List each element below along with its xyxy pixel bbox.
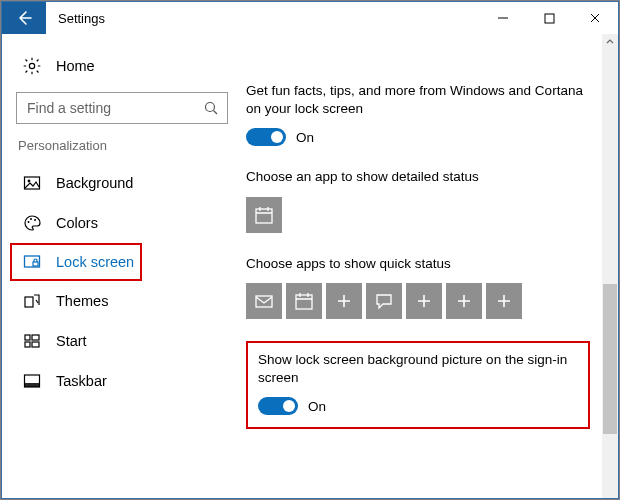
- search-field[interactable]: [27, 100, 203, 116]
- palette-icon: [22, 214, 42, 232]
- start-icon: [22, 332, 42, 350]
- themes-icon: [22, 292, 42, 310]
- search-icon: [203, 100, 219, 116]
- back-button[interactable]: [2, 2, 46, 34]
- nav-item-taskbar[interactable]: Taskbar: [2, 361, 242, 401]
- signin-bg-title: Show lock screen background picture on t…: [258, 351, 578, 387]
- nav-item-start[interactable]: Start: [2, 321, 242, 361]
- nav-item-lock-screen[interactable]: Lock screen: [10, 243, 142, 281]
- section-quick-status: Choose apps to show quick status: [246, 255, 590, 319]
- nav-item-label: Start: [56, 333, 87, 349]
- chat-icon: [374, 291, 394, 311]
- nav-item-themes[interactable]: Themes: [2, 281, 242, 321]
- svg-point-2: [206, 103, 215, 112]
- nav-item-label: Taskbar: [56, 373, 107, 389]
- mail-icon: [254, 291, 274, 311]
- lock-screen-icon: [22, 253, 42, 271]
- calendar-icon: [294, 291, 314, 311]
- close-icon: [589, 12, 601, 24]
- svg-point-1: [29, 63, 34, 68]
- quick-status-tile-add-3[interactable]: [446, 283, 482, 319]
- scrollbar[interactable]: [602, 34, 618, 498]
- category-label: Personalization: [2, 132, 242, 159]
- nav-item-label: Lock screen: [56, 254, 134, 270]
- plus-icon: [454, 291, 474, 311]
- scroll-thumb[interactable]: [603, 284, 617, 434]
- quick-status-tile-add-2[interactable]: [406, 283, 442, 319]
- nav-home[interactable]: Home: [2, 48, 242, 84]
- plus-icon: [494, 291, 514, 311]
- fun-facts-toggle-row: On: [246, 128, 590, 146]
- main-content: Get fun facts, tips, and more from Windo…: [242, 34, 618, 498]
- section-fun-facts: Get fun facts, tips, and more from Windo…: [246, 82, 590, 146]
- fun-facts-state: On: [296, 130, 314, 145]
- quick-status-tile-add-1[interactable]: [326, 283, 362, 319]
- svg-point-6: [30, 218, 32, 220]
- signin-bg-toggle-row: On: [258, 397, 578, 415]
- svg-point-4: [28, 180, 31, 183]
- calendar-icon: [254, 205, 274, 225]
- minimize-icon: [497, 12, 509, 24]
- svg-rect-14: [32, 342, 39, 347]
- nav-item-colors[interactable]: Colors: [2, 203, 242, 243]
- svg-rect-0: [545, 14, 554, 23]
- maximize-button[interactable]: [526, 2, 572, 34]
- svg-rect-13: [25, 342, 30, 347]
- sidebar: Home Personalization Background: [2, 34, 242, 498]
- scroll-up-button[interactable]: [602, 34, 618, 50]
- svg-rect-17: [256, 209, 272, 223]
- nav-list: Background Colors Lock screen: [2, 159, 242, 401]
- quick-status-tiles: [246, 283, 590, 319]
- quick-status-tile-add-4[interactable]: [486, 283, 522, 319]
- close-button[interactable]: [572, 2, 618, 34]
- window-controls: [480, 2, 618, 34]
- detailed-status-app-tile[interactable]: [246, 197, 282, 233]
- minimize-button[interactable]: [480, 2, 526, 34]
- svg-rect-9: [33, 262, 38, 266]
- quick-status-tile-mail[interactable]: [246, 283, 282, 319]
- window-title: Settings: [46, 2, 117, 34]
- plus-icon: [414, 291, 434, 311]
- nav-item-background[interactable]: Background: [2, 163, 242, 203]
- picture-icon: [22, 174, 42, 192]
- svg-rect-12: [32, 335, 39, 340]
- detailed-status-title: Choose an app to show detailed status: [246, 168, 590, 186]
- fun-facts-toggle[interactable]: [246, 128, 286, 146]
- signin-bg-state: On: [308, 399, 326, 414]
- body: Home Personalization Background: [2, 34, 618, 498]
- svg-rect-18: [256, 296, 272, 307]
- quick-status-title: Choose apps to show quick status: [246, 255, 590, 273]
- quick-status-tile-calendar[interactable]: [286, 283, 322, 319]
- gear-icon: [22, 56, 42, 76]
- quick-status-tile-messaging[interactable]: [366, 283, 402, 319]
- maximize-icon: [544, 13, 555, 24]
- nav-item-label: Colors: [56, 215, 98, 231]
- search-input[interactable]: [16, 92, 228, 124]
- taskbar-icon: [22, 372, 42, 390]
- section-signin-bg: Show lock screen background picture on t…: [246, 341, 590, 429]
- svg-rect-16: [25, 383, 40, 387]
- arrow-left-icon: [15, 9, 33, 27]
- svg-rect-10: [25, 297, 33, 307]
- svg-point-5: [28, 221, 30, 223]
- signin-bg-toggle[interactable]: [258, 397, 298, 415]
- svg-point-7: [34, 219, 36, 221]
- svg-rect-19: [296, 295, 312, 309]
- plus-icon: [334, 291, 354, 311]
- nav-item-label: Background: [56, 175, 133, 191]
- titlebar: Settings: [2, 2, 618, 34]
- settings-window: Settings Home: [1, 1, 619, 499]
- svg-rect-11: [25, 335, 30, 340]
- section-detailed-status: Choose an app to show detailed status: [246, 168, 590, 232]
- nav-home-label: Home: [56, 58, 95, 74]
- search-wrap: [2, 84, 242, 132]
- fun-facts-title: Get fun facts, tips, and more from Windo…: [246, 82, 590, 118]
- chevron-up-icon: [605, 37, 615, 47]
- nav-item-label: Themes: [56, 293, 108, 309]
